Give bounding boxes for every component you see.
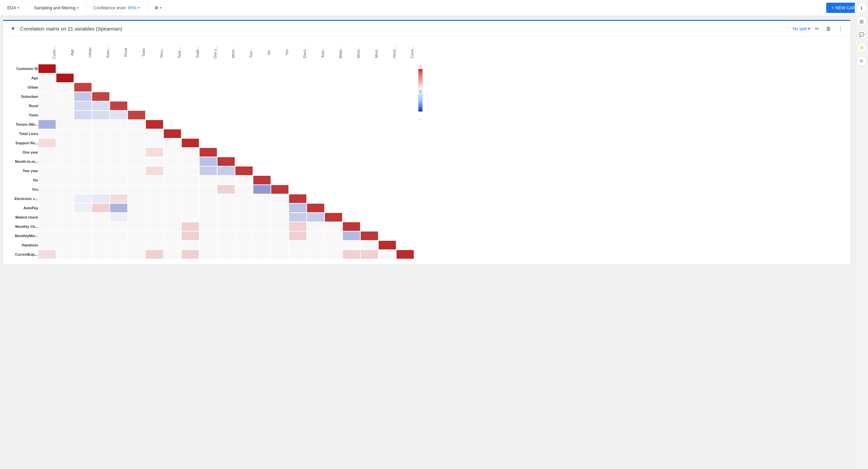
more-button[interactable]: ⋮ [836,25,845,32]
matrix-cell[interactable] [146,73,163,83]
matrix-cell[interactable] [110,185,128,194]
matrix-cell[interactable] [361,111,378,120]
matrix-cell[interactable] [38,222,56,231]
matrix-cell[interactable] [235,240,253,250]
matrix-cell[interactable] [361,92,378,101]
matrix-cell[interactable] [199,222,217,231]
matrix-cell[interactable] [146,129,163,138]
matrix-cell[interactable] [378,120,396,129]
matrix-cell[interactable] [253,213,271,222]
matrix-cell[interactable] [110,83,128,92]
matrix-cell[interactable] [199,250,217,259]
matrix-cell[interactable] [56,120,74,129]
matrix-cell[interactable] [217,240,235,250]
matrix-cell[interactable] [74,120,92,129]
matrix-cell[interactable] [181,166,199,175]
matrix-cell[interactable] [253,231,271,240]
matrix-cell[interactable] [199,166,217,175]
matrix-cell[interactable] [396,111,414,120]
matrix-cell[interactable] [324,166,342,175]
matrix-cell[interactable] [181,138,199,148]
matrix-cell[interactable] [74,129,92,138]
matrix-cell[interactable] [199,157,217,166]
matrix-cell[interactable] [128,194,146,203]
matrix-cell[interactable] [128,101,146,111]
matrix-cell[interactable] [253,185,271,194]
matrix-cell[interactable] [324,129,342,138]
matrix-cell[interactable] [235,129,253,138]
matrix-cell[interactable] [378,194,396,203]
matrix-cell[interactable] [378,83,396,92]
matrix-cell[interactable] [271,92,289,101]
matrix-cell[interactable] [92,213,110,222]
matrix-cell[interactable] [324,213,342,222]
matrix-cell[interactable] [235,120,253,129]
matrix-cell[interactable] [92,92,110,101]
matrix-cell[interactable] [199,203,217,213]
matrix-cell[interactable] [163,120,181,129]
matrix-cell[interactable] [56,166,74,175]
matrix-cell[interactable] [289,83,307,92]
matrix-cell[interactable] [307,83,324,92]
matrix-cell[interactable] [92,175,110,185]
matrix-cell[interactable] [271,148,289,157]
matrix-cell[interactable] [92,83,110,92]
matrix-cell[interactable] [38,73,56,83]
matrix-cell[interactable] [342,175,361,185]
matrix-cell[interactable] [181,185,199,194]
matrix-cell[interactable] [217,138,235,148]
matrix-cell[interactable] [307,231,324,240]
matrix-cell[interactable] [324,175,342,185]
matrix-cell[interactable] [289,73,307,83]
matrix-cell[interactable] [289,231,307,240]
matrix-cell[interactable] [271,213,289,222]
matrix-cell[interactable] [38,111,56,120]
matrix-cell[interactable] [110,129,128,138]
matrix-cell[interactable] [307,240,324,250]
matrix-cell[interactable] [324,138,342,148]
info-icon[interactable]: ℹ [857,3,867,13]
matrix-cell[interactable] [342,250,361,259]
matrix-cell[interactable] [307,157,324,166]
matrix-cell[interactable] [56,203,74,213]
matrix-cell[interactable] [217,92,235,101]
matrix-cell[interactable] [361,185,378,194]
matrix-cell[interactable] [38,240,56,250]
matrix-cell[interactable] [110,250,128,259]
matrix-cell[interactable] [110,92,128,101]
matrix-cell[interactable] [199,64,217,73]
matrix-cell[interactable] [110,157,128,166]
matrix-cell[interactable] [253,83,271,92]
matrix-cell[interactable] [146,157,163,166]
matrix-cell[interactable] [235,157,253,166]
matrix-cell[interactable] [92,111,110,120]
matrix-cell[interactable] [324,83,342,92]
matrix-cell[interactable] [146,231,163,240]
matrix-cell[interactable] [217,129,235,138]
matrix-cell[interactable] [56,213,74,222]
delete-button[interactable]: 🗑 [824,25,833,32]
matrix-cell[interactable] [271,64,289,73]
matrix-cell[interactable] [289,138,307,148]
matrix-cell[interactable] [217,157,235,166]
matrix-cell[interactable] [342,203,361,213]
matrix-cell[interactable] [307,120,324,129]
matrix-cell[interactable] [289,120,307,129]
matrix-cell[interactable] [271,129,289,138]
matrix-cell[interactable] [289,92,307,101]
confidence-dropdown[interactable]: Confidence level: 95% ▾ [90,3,143,12]
matrix-cell[interactable] [235,222,253,231]
matrix-cell[interactable] [146,138,163,148]
matrix-cell[interactable] [74,101,92,111]
matrix-cell[interactable] [110,194,128,203]
matrix-cell[interactable] [378,166,396,175]
matrix-cell[interactable] [199,129,217,138]
matrix-cell[interactable] [289,185,307,194]
matrix-cell[interactable] [74,185,92,194]
matrix-cell[interactable] [181,222,199,231]
matrix-cell[interactable] [181,194,199,203]
matrix-cell[interactable] [253,120,271,129]
matrix-cell[interactable] [235,231,253,240]
matrix-cell[interactable] [307,129,324,138]
matrix-cell[interactable] [128,148,146,157]
